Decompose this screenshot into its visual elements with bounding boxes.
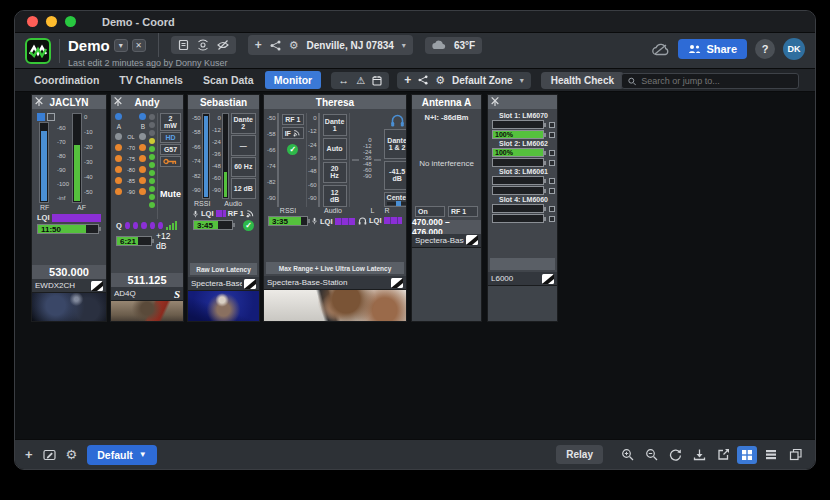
left-label: L bbox=[371, 207, 375, 214]
maximize-window-button[interactable] bbox=[65, 16, 76, 27]
dante-input-button[interactable]: Dante 1 bbox=[323, 114, 347, 136]
device-row[interactable]: Spectera-Base-Station bbox=[264, 276, 406, 289]
antenna-on-button[interactable]: On bbox=[415, 206, 445, 217]
add-zone-icon[interactable]: + bbox=[404, 73, 411, 87]
antenna-disconnected-icon bbox=[34, 96, 44, 107]
bay-checkbox[interactable] bbox=[549, 178, 555, 184]
channel-strip-andy[interactable]: Andy AB OL -70 -75 -80 -85 -90 bbox=[110, 94, 184, 322]
dante-routing-button[interactable]: Dante 2 bbox=[231, 113, 256, 134]
windows-layout-button[interactable] bbox=[785, 446, 805, 464]
zoom-in-icon[interactable] bbox=[617, 446, 637, 464]
relay-button[interactable]: Relay bbox=[556, 445, 603, 464]
lqi-label: LQI bbox=[201, 209, 214, 218]
bay-checkbox[interactable] bbox=[549, 150, 555, 156]
video-thumbnail-sebastian[interactable] bbox=[188, 290, 259, 321]
mute-button[interactable]: Mute bbox=[160, 168, 181, 219]
health-check-button[interactable]: Health Check bbox=[541, 72, 624, 89]
bay-checkbox[interactable] bbox=[549, 188, 555, 194]
bay-checkbox[interactable] bbox=[549, 132, 555, 138]
share-button[interactable]: Share bbox=[678, 39, 747, 59]
edit-view-icon[interactable] bbox=[43, 449, 56, 461]
search-box[interactable] bbox=[621, 73, 799, 89]
rf-scan-icon[interactable] bbox=[197, 39, 209, 51]
add-location-icon[interactable]: + bbox=[255, 38, 262, 52]
minimize-window-button[interactable] bbox=[46, 16, 57, 27]
frequency-row[interactable]: 511.125 bbox=[111, 273, 183, 287]
share-nodes-icon[interactable] bbox=[270, 40, 281, 51]
pad-button[interactable]: 12 dB bbox=[231, 178, 256, 199]
af-meter bbox=[72, 113, 82, 203]
cloud-offline-icon[interactable] bbox=[652, 43, 670, 56]
bay-checkbox[interactable] bbox=[549, 206, 555, 212]
charge-bay bbox=[492, 176, 544, 185]
antenna-rf1-button[interactable]: RF 1 bbox=[448, 206, 478, 217]
bay-checkbox[interactable] bbox=[549, 160, 555, 166]
doc-close-button[interactable]: ✕ bbox=[132, 39, 146, 52]
chevron-down-icon: ▾ bbox=[520, 76, 524, 85]
tab-monitor[interactable]: Monitor bbox=[265, 71, 322, 89]
device-row[interactable]: EWDX2CH bbox=[32, 279, 106, 292]
report-icon[interactable] bbox=[178, 39, 189, 51]
doc-switch-dropdown[interactable]: ▾ bbox=[114, 39, 128, 52]
channel-strip-jaclyn[interactable]: JACLYN -60-70-80-90-100-inf bbox=[31, 94, 107, 322]
calendar-icon[interactable] bbox=[372, 75, 382, 86]
device-row[interactable]: Spectera-Base... bbox=[188, 277, 259, 290]
search-input[interactable] bbox=[641, 76, 792, 86]
location-dropdown[interactable]: Denville, NJ 07834 bbox=[307, 40, 394, 51]
zoom-out-icon[interactable] bbox=[641, 446, 661, 464]
device-row[interactable]: AD4Q S bbox=[111, 287, 183, 300]
alerts-icon[interactable]: ⚠ bbox=[356, 75, 365, 86]
close-window-button[interactable] bbox=[27, 16, 38, 27]
video-thumbnail-andy[interactable] bbox=[111, 300, 183, 321]
user-avatar[interactable]: DK bbox=[783, 38, 805, 60]
antenna-strip-a[interactable]: Antenna A N+I: -86dBm No interference On… bbox=[411, 94, 482, 322]
slot-label: Slot 4: LM6060 bbox=[492, 196, 555, 203]
charger-strip-l6000[interactable]: Slot 1: LM6070 100% Slot 2: LM6062 100% … bbox=[487, 94, 558, 322]
frequency-range-row[interactable]: 470.000 – 476.000 bbox=[412, 220, 481, 234]
add-view-button[interactable]: + bbox=[25, 447, 33, 462]
phones-dante-button[interactable]: Dante 1 & 2 bbox=[384, 129, 406, 159]
channel-strip-sebastian[interactable]: Sebastian -50-58-66-74-82-90 0-12-24-36-… bbox=[187, 94, 260, 322]
strip-header: Antenna A bbox=[412, 95, 481, 109]
charge-bay bbox=[492, 214, 544, 223]
hide-eye-off-icon[interactable] bbox=[217, 39, 229, 51]
bay-checkbox[interactable] bbox=[549, 122, 555, 128]
lowcut-button[interactable]: 20 Hz bbox=[323, 162, 347, 184]
af-label: AF bbox=[77, 204, 86, 211]
video-thumbnail-jaclyn[interactable] bbox=[32, 292, 106, 321]
view-settings-gear-icon[interactable]: ⚙ bbox=[66, 447, 78, 462]
bay-checkbox[interactable] bbox=[549, 216, 555, 222]
search-icon bbox=[628, 77, 636, 86]
fit-width-icon[interactable]: ↔ bbox=[338, 74, 349, 86]
tab-tv-channels[interactable]: TV Channels bbox=[110, 71, 192, 89]
channel-strip-theresa[interactable]: Theresa -50-58-66-74-82-90 RF 1 IF ✓ bbox=[263, 94, 407, 322]
device-row[interactable]: Spectera-Base... bbox=[412, 234, 481, 247]
tab-coordination[interactable]: Coordination bbox=[25, 71, 108, 89]
grid-view-button[interactable] bbox=[737, 446, 757, 464]
gain-button[interactable]: — bbox=[231, 135, 256, 156]
rf-label: RF bbox=[40, 204, 49, 211]
phones-scale: 0-12-24-36-48-60-90 bbox=[361, 135, 372, 185]
help-button[interactable]: ? bbox=[755, 39, 775, 59]
download-icon[interactable] bbox=[689, 446, 709, 464]
share-nodes-icon[interactable] bbox=[418, 75, 428, 85]
refresh-icon[interactable] bbox=[665, 446, 685, 464]
zone-dropdown[interactable]: Default Zone bbox=[452, 75, 513, 86]
phones-level-button[interactable]: -41.5 dB bbox=[384, 161, 406, 191]
view-dropdown[interactable]: Default ▼ bbox=[87, 445, 157, 465]
list-view-button[interactable] bbox=[761, 446, 781, 464]
gain-auto-button[interactable]: Auto bbox=[323, 138, 347, 160]
device-row[interactable]: L6000 bbox=[488, 272, 557, 285]
doc-tools-group bbox=[171, 36, 236, 54]
pad-button[interactable]: 12 dB bbox=[323, 185, 347, 207]
open-external-icon[interactable] bbox=[713, 446, 733, 464]
zone-settings-gear-icon[interactable]: ⚙ bbox=[435, 74, 445, 87]
rssi-label: RSSI bbox=[194, 200, 210, 207]
shure-logo-icon: S bbox=[174, 288, 180, 300]
settings-gear-icon[interactable]: ⚙ bbox=[289, 39, 299, 52]
video-thumbnail-theresa[interactable] bbox=[264, 289, 406, 321]
pan-control[interactable]: Center bbox=[384, 192, 406, 207]
lowcut-button[interactable]: 60 Hz bbox=[231, 157, 256, 178]
tab-scan-data[interactable]: Scan Data bbox=[194, 71, 263, 89]
frequency-row[interactable]: 530.000 bbox=[32, 265, 106, 279]
